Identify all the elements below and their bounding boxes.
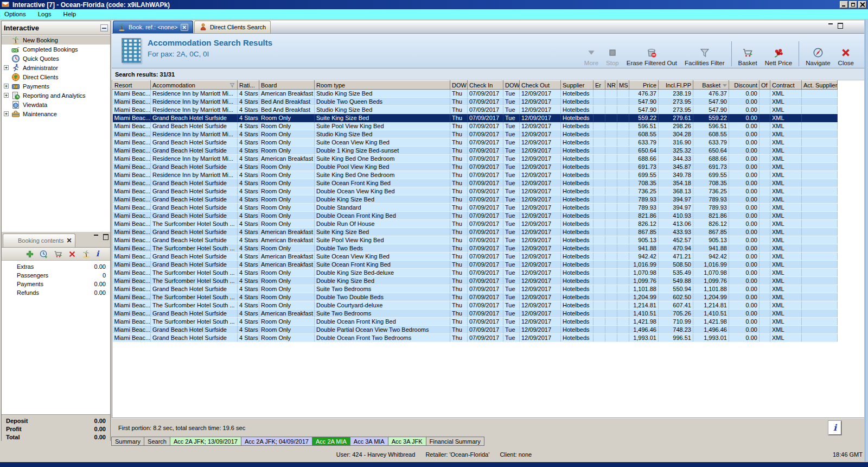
main-minimize-button[interactable] <box>827 22 834 28</box>
bottom-tab-acc-2a-mia[interactable]: Acc 2A MIA <box>312 437 350 446</box>
main-maximize-button[interactable] <box>837 22 844 28</box>
column-header-ms[interactable]: MS <box>617 81 629 90</box>
sidebar-item-maintenance[interactable]: +Maintenance <box>2 109 110 118</box>
column-header-board[interactable]: Board <box>259 81 315 90</box>
sidebar-item-reporting-and-analytics[interactable]: +Reporting and Analytics <box>2 91 110 100</box>
column-header-supplier[interactable]: Supplier <box>561 81 593 90</box>
table-row[interactable]: Miami Beac...Grand Beach Hotel Surfside4… <box>113 195 838 204</box>
column-header-nr[interactable]: NR <box>605 81 617 90</box>
table-row[interactable]: Miami Beac...Grand Beach Hotel Surfside4… <box>113 261 838 269</box>
column-header-contract[interactable]: Contract <box>770 81 802 90</box>
island-button[interactable] <box>82 250 91 258</box>
table-row[interactable]: Miami Beac...Grand Beach Hotel Surfside4… <box>113 138 838 147</box>
column-filter-icon[interactable] <box>229 82 235 90</box>
table-row[interactable]: Miami Beac...Grand Beach Hotel Surfside4… <box>113 147 838 155</box>
column-header-incl-fl-pp[interactable]: Incl.Fl.PP <box>659 81 693 90</box>
menu-logs[interactable]: Logs <box>38 11 52 17</box>
column-header-resort[interactable]: Resort <box>113 81 151 90</box>
tab-close-icon[interactable]: ✕ <box>181 24 188 31</box>
close-button[interactable] <box>858 1 866 8</box>
table-row[interactable]: Miami Beac...Residence Inn by Marriott M… <box>113 106 838 114</box>
move-to-basket-button[interactable] <box>54 250 62 258</box>
collapse-panel-button[interactable] <box>100 24 108 31</box>
tab-book-ref-none[interactable]: Book. ref.: <none>✕ <box>113 21 193 33</box>
table-row[interactable]: Miami Beac...The Surfcomber Hotel South … <box>113 269 838 277</box>
tab-direct-clients-search[interactable]: Direct Clients Search <box>194 21 271 33</box>
info-button[interactable]: i <box>828 421 841 435</box>
column-header-rati[interactable]: Rati... <box>238 81 259 90</box>
nett-price-button[interactable]: Nett Price <box>761 47 796 66</box>
table-row[interactable]: Miami Beac...Grand Beach Hotel Surfside4… <box>113 114 838 122</box>
column-header-act-supplier[interactable]: Act. Supplier <box>802 81 838 90</box>
table-row[interactable]: Miami Beac...The Surfcomber Hotel South … <box>113 277 838 285</box>
panel-maximize-button[interactable] <box>102 234 109 239</box>
table-row[interactable]: Miami Beac...Grand Beach Hotel Surfside4… <box>113 204 838 212</box>
column-header-dow[interactable]: DOW <box>503 81 520 90</box>
expander-icon[interactable]: + <box>4 84 9 89</box>
sidebar-item-administrator[interactable]: +Administrator <box>2 63 110 72</box>
column-header-discount[interactable]: Discount <box>729 81 760 90</box>
bottom-tab-summary[interactable]: Summary <box>111 437 144 446</box>
erase-filtered-out-button[interactable]: Erase Filtered Out <box>623 47 681 66</box>
quote-button[interactable] <box>40 250 48 258</box>
column-header-basket[interactable]: Basket <box>693 81 729 90</box>
table-row[interactable]: Miami Beac...Residence Inn by Marriott M… <box>113 98 838 106</box>
add-item-button[interactable] <box>25 250 34 258</box>
booking-contents-tab[interactable]: Booking contents ✕ <box>3 234 75 247</box>
facilities-filter-button[interactable]: Facilities Filter <box>681 47 728 66</box>
table-row[interactable]: Miami Beac...Residence Inn by Marriott M… <box>113 155 838 163</box>
bottom-tab-acc-2a-jfk-04-09-2017[interactable]: Acc 2A JFK; 04/09/2017 <box>241 437 312 446</box>
maximize-button[interactable] <box>849 1 857 8</box>
expander-icon[interactable]: + <box>4 111 9 116</box>
sidebar-item-new-booking[interactable]: New Booking <box>2 35 110 45</box>
table-row[interactable]: Miami Beac...Grand Beach Hotel Surfside4… <box>113 253 838 261</box>
close-panel-icon[interactable]: ✕ <box>66 237 72 244</box>
table-row[interactable]: Miami Beac...The Surfcomber Hotel South … <box>113 220 838 228</box>
bottom-tab-acc-2a-jfk-13-09-2017[interactable]: Acc 2A JFK; 13/09/2017 <box>170 437 241 446</box>
minimize-button[interactable] <box>840 1 848 8</box>
table-row[interactable]: Miami Beac...Grand Beach Hotel Surfside4… <box>113 236 838 244</box>
column-header-dow[interactable]: DOW <box>450 81 468 90</box>
menu-options[interactable]: Options <box>4 11 26 17</box>
panel-minimize-button[interactable] <box>93 234 100 239</box>
column-header-check-in[interactable]: Check In <box>468 81 503 90</box>
table-row[interactable]: Miami Beac...The Surfcomber Hotel South … <box>113 301 838 310</box>
sidebar-item-payments[interactable]: +Payments <box>2 81 110 91</box>
table-row[interactable]: Miami Beac...Grand Beach Hotel Surfside4… <box>113 179 838 187</box>
table-row[interactable]: Miami Beac...Grand Beach Hotel Surfside4… <box>113 310 838 318</box>
table-row[interactable]: Miami Beac...Residence Inn by Marriott M… <box>113 90 838 98</box>
table-row[interactable]: Miami Beac...Residence Inn by Marriott M… <box>113 130 838 138</box>
navigate-button[interactable]: Navigate <box>802 47 834 66</box>
bottom-tab-financial-summary[interactable]: Financial Summary <box>426 437 484 446</box>
sidebar-item-completed-bookings[interactable]: Completed Bookings <box>2 45 110 54</box>
column-header-accommodation[interactable]: Accommodation <box>151 81 238 90</box>
sidebar-item-viewdata[interactable]: Viewdata <box>2 100 110 109</box>
column-header-price[interactable]: Price <box>629 81 659 90</box>
table-row[interactable]: Miami Beac...Grand Beach Hotel Surfside4… <box>113 326 838 334</box>
column-header-check-out[interactable]: Check Out <box>520 81 561 90</box>
table-row[interactable]: Miami Beac...Grand Beach Hotel Surfside4… <box>113 122 838 130</box>
expander-icon[interactable]: + <box>4 93 9 98</box>
table-row[interactable]: Miami Beac...Grand Beach Hotel Surfside4… <box>113 285 838 293</box>
table-row[interactable]: Miami Beac...Grand Beach Hotel Surfside4… <box>113 228 838 236</box>
column-header-er[interactable]: Er <box>593 81 605 90</box>
table-row[interactable]: Miami Beac...Grand Beach Hotel Surfside4… <box>113 163 838 171</box>
column-header-room-type[interactable]: Room type <box>315 81 450 90</box>
column-header-of[interactable]: Of <box>760 81 770 90</box>
close-button[interactable]: Close <box>834 47 858 66</box>
table-row[interactable]: Miami Beac...The Surfcomber Hotel South … <box>113 293 838 301</box>
expander-icon[interactable]: + <box>4 65 9 70</box>
bottom-tab-search[interactable]: Search <box>144 437 170 446</box>
table-row[interactable]: Miami Beac...Grand Beach Hotel Surfside4… <box>113 334 838 342</box>
table-row[interactable]: Miami Beac...The Surfcomber Hotel South … <box>113 244 838 253</box>
table-row[interactable]: Miami Beac...Grand Beach Hotel Surfside4… <box>113 212 838 220</box>
table-row[interactable]: Miami Beac...Residence Inn by Marriott M… <box>113 171 838 179</box>
basket-button[interactable]: Basket <box>735 47 761 66</box>
table-row[interactable]: Miami Beac...The Surfcomber Hotel South … <box>113 318 838 326</box>
info-button[interactable]: i <box>96 250 105 258</box>
table-row[interactable]: Miami Beac...Grand Beach Hotel Surfside4… <box>113 187 838 195</box>
sidebar-item-quick-quotes[interactable]: Quick Quotes <box>2 54 110 63</box>
sidebar-item-direct-clients[interactable]: Direct Clients <box>2 72 110 81</box>
bottom-tab-acc-3a-jfk[interactable]: Acc 3A JFK <box>388 437 426 446</box>
bottom-tab-acc-3a-mia[interactable]: Acc 3A MIA <box>350 437 388 446</box>
